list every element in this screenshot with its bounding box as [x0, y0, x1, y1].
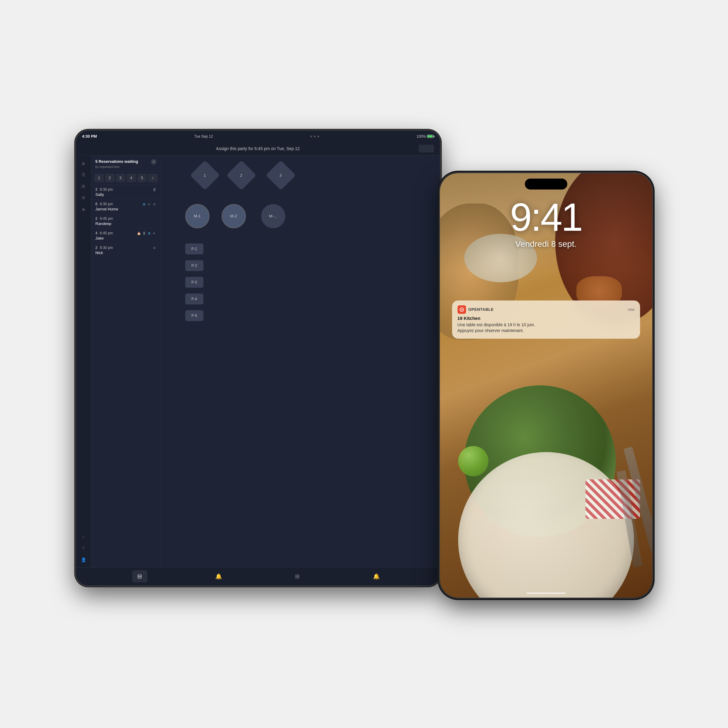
sidebar-icon-user[interactable]: 👤 — [79, 555, 88, 564]
sidebar-icon-help[interactable]: ? — [79, 544, 88, 553]
table-m2-label: M-2 — [230, 214, 237, 218]
notification-card[interactable]: OPENTABLE now 19 Kitchen Une table est d… — [452, 300, 640, 339]
res-name-jarrod: Jarrod Hume — [95, 207, 156, 211]
table-3[interactable]: 3 — [266, 160, 296, 190]
panel-header: 5 Reservations waiting by requested time… — [91, 156, 161, 171]
res-size-nick: 2 — [95, 246, 98, 250]
sidebar-icon-layout[interactable]: ⊞ — [79, 182, 88, 191]
reservation-list: 2 6:30 pm 🍴 Sally 6 — [91, 185, 161, 567]
table-p2[interactable]: P-2 — [185, 260, 203, 271]
list-icon-jarrod: ≡ — [147, 202, 151, 206]
notification-app: OPENTABLE — [457, 305, 494, 314]
ipad-status-bar: 4:30 PM Tue Sep 12 100% — [76, 131, 440, 142]
table-m1[interactable]: M-1 — [185, 204, 210, 228]
res-icons-jarrod: ⊞ ≡ ⊙ — [142, 202, 156, 206]
ipad-time: 4:30 PM — [82, 134, 97, 139]
iphone-home-indicator — [526, 592, 566, 594]
ipad-bottom-bar: ⊟ 🔔 ⊞ 🔔 — [76, 567, 440, 586]
camera-icon-nick: ⊙ — [152, 246, 156, 250]
party-tab-2[interactable]: 2 — [105, 174, 115, 182]
table-p3[interactable]: P-3 — [185, 277, 203, 288]
battery-fill — [428, 135, 433, 138]
res-time-randeep: 6:45 pm — [100, 217, 113, 221]
camera-icon-jarrod: ⊙ — [152, 202, 156, 206]
reservation-item-jake[interactable]: 4 6:45 pm 🎂 🍴 ⊞ ≡ Jake — [91, 229, 161, 243]
table-p3-label: P-3 — [191, 280, 197, 284]
res-size-sally: 2 — [95, 187, 98, 192]
list-icon-jake: ≡ — [152, 231, 156, 235]
sidebar-icon-settings[interactable]: ⚙ — [79, 193, 88, 202]
iphone-clock: 9:41 — [440, 197, 652, 237]
bottom-tab-more[interactable]: 🔔 — [369, 570, 384, 583]
reservation-item-nick[interactable]: 2 8:30 pm ⊙ Nick — [91, 243, 161, 258]
res-name-randeep: Randeep — [95, 221, 156, 226]
res-time-nick: 8:30 pm — [100, 246, 113, 250]
fork-icon: 🍴 — [152, 187, 156, 192]
table-2-label: 2 — [240, 173, 242, 177]
res-icons-jake: 🎂 🍴 ⊞ ≡ — [137, 231, 156, 235]
reservation-item-jarrod[interactable]: 6 6:30 pm ⊞ ≡ ⊙ Jarrod Hume — [91, 199, 161, 214]
party-tab-1[interactable]: 1 — [94, 174, 104, 182]
res-name-jake: Jake — [95, 236, 156, 240]
table-p5[interactable]: P-5 — [185, 310, 203, 321]
panel-header-left: 5 Reservations waiting by requested time — [95, 159, 138, 170]
party-tab-4[interactable]: 4 — [127, 174, 136, 182]
table-1[interactable]: 1 — [190, 160, 220, 190]
opentable-icon — [457, 305, 466, 314]
table-2[interactable]: 2 — [226, 160, 256, 190]
table-m3-label: M-... — [269, 214, 277, 218]
ipad-device: 4:30 PM Tue Sep 12 100% Assign this part… — [76, 131, 440, 586]
party-tab-3[interactable]: 3 — [116, 174, 125, 182]
sidebar-icon-location[interactable]: ◈ — [79, 205, 88, 214]
bottom-tab-reservations[interactable]: ⊟ — [132, 570, 147, 583]
res-name-nick: Nick — [95, 251, 156, 255]
sidebar-icon-profile[interactable]: ○ — [79, 532, 88, 541]
bottom-tab-layout[interactable]: ⊞ — [290, 570, 305, 583]
panel-subtitle: by requested time — [95, 165, 120, 168]
sidebar-icon-list[interactable]: ☰ — [79, 170, 88, 179]
notification-time: now — [628, 307, 634, 312]
table-p4-label: P-4 — [191, 297, 197, 301]
panel-close-button[interactable]: × — [151, 159, 156, 165]
ipad-header-button[interactable] — [419, 145, 434, 153]
svg-point-1 — [461, 309, 462, 310]
table-3-label: 3 — [280, 173, 282, 177]
iphone-notch — [525, 179, 567, 190]
iphone-screen: 9:41 Vendredi 8 sept. OPENTABLE — [440, 173, 652, 598]
reservation-item-sally[interactable]: 2 6:30 pm 🍴 Sally — [91, 185, 161, 199]
table-p1[interactable]: P-1 — [185, 243, 203, 254]
party-tabs: 1 2 3 4 5 + — [91, 171, 161, 185]
table-m2[interactable]: M-2 — [222, 204, 246, 228]
ipad-body: ⌂ ☰ ⊞ ⚙ ◈ ○ ? 👤 5 Reservations waiting b… — [76, 156, 440, 567]
ipad-header: Assign this party for 6:45 pm on Tue, Se… — [76, 142, 440, 156]
party-tab-plus[interactable]: + — [148, 174, 158, 182]
reservations-panel: 5 Reservations waiting by requested time… — [91, 156, 161, 567]
iphone-time-display: 9:41 Vendredi 8 sept. — [440, 197, 652, 249]
bottom-tab-notifications[interactable]: 🔔 — [211, 570, 226, 583]
ipad-camera-dots — [310, 136, 319, 138]
ipad-sidebar: ⌂ ☰ ⊞ ⚙ ◈ ○ ? 👤 — [76, 156, 91, 567]
table-icon-jarrod: ⊞ — [142, 202, 146, 206]
res-name-sally: Sally — [95, 192, 156, 197]
table-p5-label: P-5 — [191, 314, 197, 318]
res-size-randeep: 2 — [95, 217, 98, 221]
scene: 4:30 PM Tue Sep 12 100% Assign this part… — [76, 106, 652, 622]
sidebar-icon-home[interactable]: ⌂ — [79, 159, 88, 168]
reservation-item-randeep[interactable]: 2 6:45 pm Randeep — [91, 214, 161, 229]
res-icons-sally: 🍴 — [152, 187, 156, 192]
ipad-header-title: Assign this party for 6:45 pm on Tue, Se… — [216, 146, 300, 151]
notification-body-text: Une table est disponible à 19 h le 10 ju… — [457, 322, 535, 333]
table-1-label: 1 — [204, 173, 206, 177]
notification-app-name: OPENTABLE — [468, 307, 494, 312]
panel-title: 5 Reservations waiting — [95, 159, 138, 164]
notification-title: 19 Kitchen — [457, 316, 635, 321]
res-time-jake: 6:45 pm — [100, 231, 113, 235]
iphone-device: 9:41 Vendredi 8 sept. OPENTABLE — [440, 173, 652, 598]
battery-icon — [427, 135, 434, 138]
birthday-icon-jake: 🎂 — [137, 231, 141, 235]
table-m3[interactable]: M-... — [261, 204, 285, 228]
party-tab-5[interactable]: 5 — [138, 174, 147, 182]
table-p2-label: P-2 — [191, 263, 197, 268]
ipad-battery: 100% — [417, 134, 434, 139]
table-p4[interactable]: P-4 — [185, 294, 203, 304]
